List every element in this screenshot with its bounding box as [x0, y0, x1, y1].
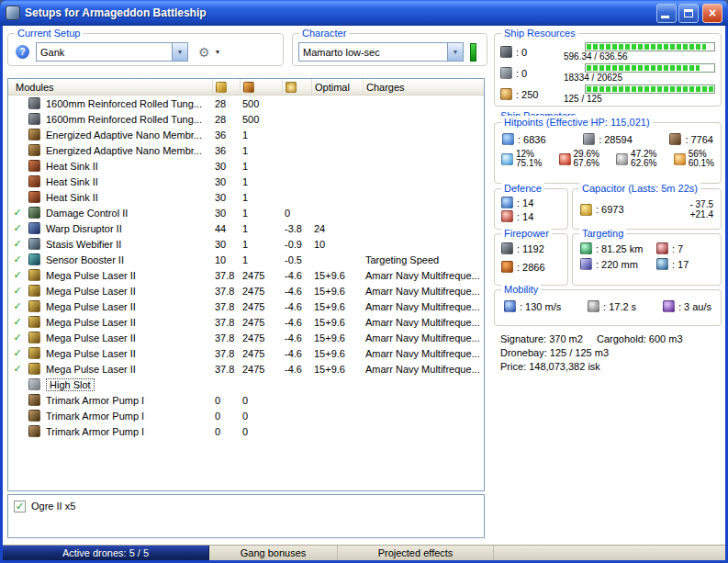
module-name[interactable]: Mega Pulse Laser II [43, 348, 213, 359]
cpu-column-header[interactable] [213, 79, 241, 95]
module-name-text: Damage Control II [46, 208, 128, 219]
module-name[interactable]: Trimark Armor Pump I [43, 411, 213, 422]
modules-column-header[interactable]: Modules [8, 79, 213, 95]
module-row[interactable]: ✓Mega Pulse Laser II37.82475-4.615+9.6Am… [8, 361, 484, 377]
setup-tools-button[interactable]: ⚙ ▼ [195, 45, 225, 60]
module-row[interactable]: High Slot [8, 377, 484, 392]
module-name[interactable]: Warp Disruptor II [43, 223, 213, 234]
module-name[interactable]: Energized Adaptive Nano Membr... [43, 145, 213, 156]
drone-active-checkbox[interactable]: ✓ [14, 501, 26, 512]
module-name[interactable]: Mega Pulse Laser II [43, 332, 213, 343]
module-active-checkmark[interactable]: ✓ [8, 347, 27, 359]
character-select[interactable]: Mamarto low-sec ▼ [298, 42, 464, 62]
setup-select[interactable]: Gank ▼ [36, 42, 188, 62]
volley-value: : 2866 [517, 262, 545, 273]
module-name[interactable]: Mega Pulse Laser II [43, 364, 213, 375]
minimize-button[interactable] [656, 4, 677, 23]
module-row[interactable]: ✓Sensor Booster II101-0.5Targeting Speed [8, 252, 484, 267]
setup-dropdown-arrow-icon[interactable]: ▼ [172, 43, 187, 61]
module-row[interactable]: Energized Adaptive Nano Membr...361 [8, 127, 484, 142]
optimal-column-header[interactable]: Optimal [312, 79, 364, 95]
app-icon [6, 6, 20, 20]
module-name[interactable]: Stasis Webifier II [43, 239, 213, 250]
module-active-checkmark[interactable]: ✓ [8, 300, 27, 312]
module-optimal: 15+9.6 [312, 364, 364, 375]
module-row[interactable]: ✓Mega Pulse Laser II37.82475-4.615+9.6Am… [8, 267, 484, 283]
drone-bay-panel: ✓Ogre II x5 [7, 494, 485, 538]
module-name[interactable]: Mega Pulse Laser II [43, 270, 213, 281]
tools-dropdown-arrow-icon[interactable]: ▼ [215, 49, 221, 55]
sensor-strength-value: : 17 [672, 259, 689, 270]
module-row[interactable]: ✓Mega Pulse Laser II37.82475-4.615+9.6Am… [8, 298, 484, 314]
module-active-checkmark[interactable]: ✓ [8, 316, 27, 328]
modules-table-header: Modules Optimal Charges [8, 79, 484, 96]
tab-gang-bonuses[interactable]: Gang bonuses [209, 546, 338, 560]
module-name-text: Mega Pulse Laser II [46, 348, 136, 359]
heat-sink-icon [28, 160, 40, 172]
module-name[interactable]: Energized Adaptive Nano Membr... [43, 129, 213, 141]
close-button[interactable]: × [702, 4, 722, 23]
module-active-checkmark[interactable]: ✓ [8, 285, 27, 297]
module-row[interactable]: ✓Mega Pulse Laser II37.82475-4.615+9.6Am… [8, 283, 484, 298]
module-name[interactable]: Heat Sink II [43, 161, 213, 172]
armor-hp-value: : 28594 [599, 134, 633, 145]
module-name[interactable]: 1600mm Reinforced Rolled Tung... [43, 114, 213, 125]
module-row[interactable]: ✓Damage Control II3010 [8, 205, 484, 220]
drone-row[interactable]: ✓Ogre II x5 [14, 499, 478, 513]
eft-window: Setups for Armageddon Battleship × Curre… [0, 0, 728, 563]
module-name-text: Mega Pulse Laser II [46, 332, 136, 343]
module-name[interactable]: Mega Pulse Laser II [43, 286, 213, 297]
module-active-checkmark[interactable]: ✓ [8, 363, 27, 375]
defence-group: Defence : 14 : 14 [494, 188, 568, 230]
module-row[interactable]: Energized Adaptive Nano Membr...361 [8, 142, 484, 158]
module-name[interactable]: Mega Pulse Laser II [43, 301, 213, 312]
module-row[interactable]: ✓Stasis Webifier II301-0.910 [8, 236, 484, 252]
module-name[interactable]: Mega Pulse Laser II [43, 317, 213, 328]
module-name[interactable]: Trimark Armor Pump I [43, 426, 213, 437]
targeting-label: Targeting [579, 227, 626, 240]
module-name[interactable]: Trimark Armor Pump I [43, 395, 213, 406]
module-active-checkmark[interactable]: ✓ [8, 269, 27, 281]
module-row[interactable]: Heat Sink II301 [8, 189, 484, 205]
character-dropdown-arrow-icon[interactable]: ▼ [447, 43, 463, 61]
tab-active-drones-5-5[interactable]: Active drones: 5 / 5 [3, 546, 209, 560]
drone-label[interactable]: Ogre II x5 [31, 501, 75, 512]
module-row[interactable]: ✓Mega Pulse Laser II37.82475-4.615+9.6Am… [8, 345, 484, 361]
module-active-checkmark[interactable]: ✓ [8, 253, 27, 265]
powergrid-column-header[interactable] [241, 79, 283, 95]
module-row[interactable]: ✓Mega Pulse Laser II37.82475-4.615+9.6Am… [8, 314, 484, 330]
module-row[interactable]: Trimark Armor Pump I00 [8, 408, 484, 423]
module-name[interactable]: 1600mm Reinforced Rolled Tung... [43, 98, 213, 109]
module-row[interactable]: Heat Sink II301 [8, 174, 484, 189]
module-row[interactable]: ✓Mega Pulse Laser II37.82475-4.615+9.6Am… [8, 330, 484, 345]
module-cap-use: -4.6 [283, 332, 312, 343]
tab-projected-effects[interactable]: Projected effects [338, 546, 494, 560]
help-icon[interactable]: ? [16, 45, 29, 59]
module-active-checkmark[interactable]: ✓ [8, 222, 27, 234]
drone-capacity-bar-text: 125 / 125 [564, 94, 715, 104]
module-powergrid: 2475 [241, 317, 283, 328]
module-row[interactable]: Trimark Armor Pump I00 [8, 392, 484, 408]
sensor-strength-icon [656, 258, 668, 270]
module-name[interactable]: Damage Control II [43, 208, 213, 219]
module-name[interactable]: Sensor Booster II [43, 254, 213, 265]
module-row[interactable]: ✓Warp Disruptor II441-3.824 [8, 220, 484, 236]
module-active-checkmark[interactable]: ✓ [8, 207, 27, 219]
module-row[interactable]: 1600mm Reinforced Rolled Tung...28500 [8, 111, 484, 127]
module-active-checkmark[interactable]: ✓ [8, 332, 27, 343]
module-row[interactable]: Trimark Armor Pump I00 [8, 423, 484, 439]
module-name[interactable]: Heat Sink II [43, 192, 213, 203]
module-name[interactable]: High Slot [43, 378, 213, 391]
maximize-button[interactable] [678, 4, 699, 23]
module-row[interactable]: 1600mm Reinforced Rolled Tung...28500 [8, 96, 484, 111]
shield-hp-value: : 6836 [518, 134, 546, 145]
charges-column-header[interactable]: Charges [364, 79, 484, 95]
module-name[interactable]: Heat Sink II [43, 176, 213, 187]
pulse-laser-icon [28, 332, 40, 343]
module-row[interactable]: Heat Sink II301 [8, 158, 484, 174]
powergrid-bar [585, 63, 715, 73]
titlebar[interactable]: Setups for Armageddon Battleship × [0, 0, 728, 26]
module-active-checkmark[interactable]: ✓ [8, 238, 27, 250]
capacitor-column-header[interactable] [283, 79, 312, 95]
pulse-laser-icon [28, 285, 40, 297]
